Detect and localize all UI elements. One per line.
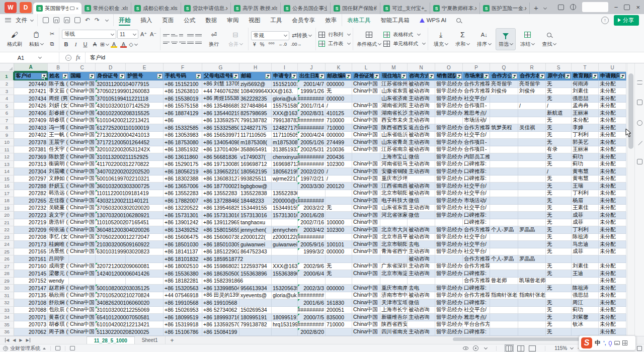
cell-I30[interactable]: 153205639 xyxy=(272,285,298,292)
cell-M21[interactable] xyxy=(380,219,408,227)
cell-T30[interactable]: 陈祖涛 xyxy=(572,285,599,292)
cell-N34[interactable]: 主动咨询 xyxy=(408,314,435,321)
cell-I2[interactable]: 151521001 xyxy=(272,80,298,88)
sort-button[interactable]: A↓ 排序 xyxy=(474,28,494,50)
cell-M1[interactable]: 现住地址 xyxy=(380,72,408,80)
cell-H2[interactable]: ziyi5692@ xyxy=(239,80,272,88)
cell-O7[interactable] xyxy=(435,117,463,125)
cell-I19[interactable]: 153449155 xyxy=(272,205,298,212)
cell-U7[interactable]: 未分配 xyxy=(599,117,626,125)
cell-Q27[interactable] xyxy=(490,263,518,271)
cell-A10[interactable]: 207378 xyxy=(14,139,48,146)
cell-F23[interactable]: +86 15606475 xyxy=(164,234,202,241)
cell-N27[interactable]: 主动咨询 xyxy=(408,263,435,271)
cell-H30[interactable]: 956613934 xyxy=(239,285,272,292)
cell-K16[interactable]: 200120 xyxy=(326,183,352,190)
cell-D24[interactable]: 210303200509160922 xyxy=(96,241,126,248)
minimize-button[interactable]: − xyxy=(614,4,618,11)
row-header-10[interactable]: 10 xyxy=(0,139,14,146)
cell-C14[interactable]: China中国 xyxy=(69,168,96,175)
cell-R29[interactable]: 凯瑞曾老师 xyxy=(518,278,546,285)
cell-D18[interactable]: 430321200211140121 xyxy=(96,197,126,205)
cell-D19[interactable]: 370503200302020020 xyxy=(96,205,126,212)
cell-G5[interactable]: +86 1354866895 xyxy=(202,103,239,110)
cell-T7[interactable]: 未分配 xyxy=(572,117,599,125)
cell-I25[interactable] xyxy=(272,248,298,256)
cell-U32[interactable]: 未分配 xyxy=(599,299,626,307)
cell-B17[interactable]: 韩浩远 (男 xyxy=(48,190,69,198)
cell-B32[interactable]: 舒欣娴 (女 xyxy=(48,299,69,307)
cell-O12[interactable]: 留学总经办 xyxy=(435,153,463,161)
cell-N5[interactable]: 主动咨询 xyxy=(408,103,435,110)
cell-P25[interactable]: 社交平台/ xyxy=(463,248,490,256)
cell-J7[interactable]: ######### xyxy=(298,117,326,125)
cell-style-button[interactable]: 单元格样式 xyxy=(383,40,425,47)
row-header-30[interactable]: 30 xyxy=(0,285,14,292)
cell-F8[interactable]: +86 15332585 xyxy=(164,124,202,132)
close-tab-icon[interactable]: × xyxy=(76,6,78,11)
microphone-icon[interactable] xyxy=(609,341,612,345)
cell-B15[interactable]: 文静如 (女 xyxy=(48,175,69,183)
cell-I16[interactable] xyxy=(272,183,298,190)
cell-U36[interactable]: 未分配 xyxy=(599,328,626,336)
cell-B13[interactable]: 衡琬明 (女 xyxy=(48,161,69,168)
row-header-36[interactable]: 36 xyxy=(0,328,14,336)
cell-G8[interactable]: +86 1533258500 xyxy=(202,124,239,132)
cell-O5[interactable]: 留学总经办 xyxy=(435,103,463,110)
cell-B1[interactable]: 姓名 xyxy=(48,72,69,80)
cell-K25[interactable]: 000000 xyxy=(326,248,352,256)
cell-D8[interactable]: 612725200110100019 xyxy=(96,124,126,132)
cell-O36[interactable]: 留学总经办 xyxy=(435,328,463,336)
cell-A22[interactable]: 207209 xyxy=(14,226,48,234)
cell-U29[interactable]: 未分配 xyxy=(599,278,626,285)
cell-H10[interactable]: m1875308( xyxy=(239,139,272,146)
cell-S1[interactable]: 原中介机 xyxy=(546,72,572,80)
cell-O33[interactable]: 留学总经办 xyxy=(435,307,463,314)
cell-A25[interactable]: 207165 xyxy=(14,248,48,256)
cell-Q5[interactable] xyxy=(490,103,518,110)
filter-dropdown-icon[interactable] xyxy=(512,73,517,79)
cell-I36[interactable] xyxy=(272,328,298,336)
cell-G2[interactable]: +86 刘慧 137052 xyxy=(202,80,239,88)
cell-U15[interactable]: 未分配 xyxy=(599,175,626,183)
cell-J33[interactable]: ######### xyxy=(298,307,326,314)
cell-L2[interactable]: China中国 xyxy=(352,80,380,88)
cell-I28[interactable]: 155363896 xyxy=(272,270,298,278)
sidebar-panel-icon[interactable] xyxy=(637,100,642,105)
cell-G3[interactable]: +44 7460762888 xyxy=(202,88,239,96)
cell-A27[interactable]: 207160 xyxy=(14,263,48,271)
row-header-18[interactable]: 18 xyxy=(0,197,14,205)
cell-S27[interactable]: 无 xyxy=(546,263,572,271)
row-header-34[interactable]: 34 xyxy=(0,314,14,321)
cell-R2[interactable]: 亮哥留学 xyxy=(518,80,546,88)
cell-I14[interactable]: 180562195 xyxy=(272,168,298,175)
cell-F10[interactable]: +86 18753080 xyxy=(164,139,202,146)
cell-L36[interactable]: China中国 xyxy=(352,328,380,336)
align-bottom-icon[interactable] xyxy=(179,32,186,38)
cell-Q26[interactable]: 个人-罗晶 xyxy=(490,255,518,263)
cell-N18[interactable]: 微信 xyxy=(408,197,435,205)
filter-dropdown-icon[interactable] xyxy=(265,73,271,79)
cell-J5[interactable]: 2001/7/14 xyxy=(298,103,326,110)
cell-Q6[interactable] xyxy=(490,110,518,117)
cell-A14[interactable]: 207304 xyxy=(14,168,48,175)
globe-icon[interactable] xyxy=(570,4,576,10)
cell-C28[interactable]: China中国 xyxy=(69,270,96,278)
cell-L19[interactable]: China中国 xyxy=(352,205,380,212)
cell-L8[interactable]: China中国 xyxy=(352,124,380,132)
cell-R11[interactable] xyxy=(518,146,546,154)
cell-R16[interactable] xyxy=(518,183,546,190)
filter-dropdown-icon[interactable] xyxy=(319,73,325,79)
cell-N35[interactable] xyxy=(408,321,435,329)
cell-Q31[interactable]: 指南针张老 xyxy=(490,292,518,300)
cell-G26[interactable]: +86 1859518772 xyxy=(202,255,239,263)
cell-K33[interactable]: 200051 xyxy=(326,307,352,314)
vertical-scrollbar[interactable] xyxy=(627,63,634,336)
cell-C33[interactable]: China中国 xyxy=(69,307,96,314)
cell-Q36[interactable] xyxy=(490,328,518,336)
cell-O32[interactable]: 留学总经办 xyxy=(435,299,463,307)
cell-J28[interactable]: 2000/6/4 xyxy=(298,270,326,278)
cell-C25[interactable]: China中国 xyxy=(69,248,96,256)
cell-P11[interactable]: 合作项目- xyxy=(463,146,490,154)
cell-I9[interactable]: 117110505 xyxy=(272,132,298,139)
